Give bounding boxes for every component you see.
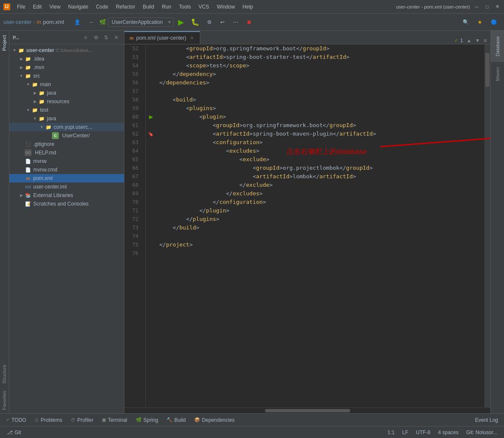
mvn-label: .mvn — [33, 64, 44, 70]
line-numbers: 52 53 54 55 56 57 58 59 60 61 62 63 64 6… — [124, 44, 146, 407]
tree-user-center-java[interactable]: C UserCenter/ — [9, 131, 124, 140]
menu-build[interactable]: Build — [139, 3, 158, 11]
menu-navigate[interactable]: Navigate — [65, 3, 92, 11]
git-branch[interactable]: Git: Nolusor... — [463, 429, 501, 436]
dependencies-tab[interactable]: 📦 Dependencies — [190, 416, 239, 424]
profile-button[interactable]: ↩ — [217, 18, 228, 26]
menu-window[interactable]: Window — [213, 3, 239, 11]
tree-help-md[interactable]: MD HELP.md — [9, 148, 124, 157]
problems-icon: ⚠ — [35, 417, 39, 423]
build-tab[interactable]: 🔨 Build — [162, 416, 190, 424]
menu-help[interactable]: Help — [239, 3, 256, 11]
tree-test[interactable]: 📁 test — [9, 106, 124, 114]
more-actions-button[interactable]: ⋯ — [230, 18, 242, 26]
tab-close-button[interactable]: ✕ — [189, 35, 195, 41]
tree-user-center-iml[interactable]: iml user-center.iml — [9, 183, 124, 191]
project-tab[interactable]: Project — [0, 31, 9, 55]
horizontal-scrollbar[interactable] — [124, 407, 490, 413]
close-button[interactable]: ✕ — [494, 3, 501, 10]
tree-idea[interactable]: 📁 .idea — [9, 55, 124, 63]
event-log-tab[interactable]: Event Log — [471, 416, 502, 424]
settings-button[interactable]: ★ — [474, 18, 486, 26]
breadcrumb-project[interactable]: user-center — [3, 19, 32, 25]
search-icon: 🔍 — [463, 19, 469, 25]
tree-root[interactable]: 📁 user-center C:\Users\Admi... — [9, 46, 124, 55]
navigate-back-button[interactable]: ← — [86, 18, 98, 26]
indent-setting[interactable]: 4 spaces — [435, 429, 462, 436]
tree-com-yupi[interactable]: 📁 com.yupi.userc... — [9, 123, 124, 131]
help-button[interactable]: 🔵 — [487, 18, 501, 26]
line-ending[interactable]: LF — [399, 429, 412, 436]
tree-mvnw[interactable]: 📄 mvnw — [9, 157, 124, 165]
database-tab[interactable]: Database — [491, 31, 504, 61]
tree-src[interactable]: 📁 src — [9, 72, 124, 80]
tree-mvn[interactable]: 📁 .mvn — [9, 63, 124, 72]
editor-settings-button[interactable]: ≡ — [484, 37, 487, 44]
test-java-label: java — [47, 116, 56, 122]
code-editor[interactable]: <groupId>org.springframework.boot</group… — [156, 44, 484, 407]
tree-main[interactable]: 📁 main — [9, 80, 124, 89]
tree-test-java[interactable]: 📁 java — [9, 114, 124, 123]
code-line-63: <configuration> — [159, 138, 484, 147]
stop-button[interactable]: ⏹ — [243, 18, 255, 26]
todo-tab[interactable]: ✓ TODO — [2, 416, 30, 424]
menu-bar[interactable]: File Edit View Navigate Code Refactor Bu… — [14, 3, 256, 11]
cursor-position[interactable]: 1:1 — [384, 429, 398, 436]
minimize-button[interactable]: ─ — [473, 3, 480, 10]
editor-scrollbar[interactable] — [484, 44, 490, 407]
gutter-bookmark-62[interactable]: 🔖 — [146, 130, 156, 138]
breadcrumb-separator: › — [33, 19, 35, 25]
tree-scratches[interactable]: 📝 Scratches and Consoles — [9, 200, 124, 208]
gutter-66 — [146, 164, 156, 172]
tree-mvnw-cmd[interactable]: 📄 mvnw.cmd — [9, 165, 124, 174]
run-with-coverage-button[interactable]: ⚙ — [204, 18, 215, 26]
menu-tools[interactable]: Tools — [176, 3, 194, 11]
encoding-label: UTF-8 — [416, 429, 430, 435]
problems-tab[interactable]: ⚠ Problems — [30, 416, 66, 424]
code-line-60: <plugin> — [159, 113, 484, 121]
encoding[interactable]: UTF-8 — [412, 429, 434, 436]
scroll-thumb[interactable] — [485, 53, 490, 87]
scroll-down-button[interactable]: ▼ — [475, 38, 480, 44]
debug-button[interactable]: 🐛 — [188, 17, 202, 27]
menu-code[interactable]: Code — [92, 3, 112, 11]
menu-edit[interactable]: Edit — [29, 3, 45, 11]
expand-button[interactable]: ⇅ — [102, 33, 110, 42]
menu-run[interactable]: Run — [158, 3, 175, 11]
line-num-74: 74 — [124, 232, 142, 241]
editor-tab-pom[interactable]: m pom.xml (user-center) ✕ — [124, 31, 200, 44]
spring-tab[interactable]: 🌿 Spring — [132, 416, 163, 424]
scroll-up-button[interactable]: ▲ — [467, 38, 472, 44]
collapse-all-button[interactable]: ≡ — [81, 33, 90, 42]
profiler-tab[interactable]: ⏱ Profiler — [66, 416, 98, 424]
tree-ext-libraries[interactable]: 📚 External Libraries — [9, 191, 124, 200]
gutter-run-60[interactable]: ▶ — [146, 113, 156, 121]
maven-tab[interactable]: Maven — [491, 61, 504, 86]
tree-pom-xml[interactable]: m pom.xml — [9, 174, 124, 183]
tree-resources[interactable]: 📁 resources — [9, 97, 124, 106]
code-line-64: <excludes> — [159, 147, 484, 155]
left-vertical-tabs: Project Structure Favorites — [0, 31, 9, 413]
tree-gitignore[interactable]: ⬛ .gitignore — [9, 140, 124, 148]
horizontal-scroll-thumb[interactable] — [265, 409, 350, 412]
menu-view[interactable]: View — [46, 3, 64, 11]
structure-tab[interactable]: Structure — [0, 361, 9, 387]
spring-label: Spring — [144, 417, 158, 423]
search-everywhere-button[interactable]: 🔍 — [459, 18, 472, 26]
breadcrumb-file[interactable]: pom.xml — [43, 19, 64, 25]
run-button[interactable]: ▶ — [176, 17, 187, 28]
run-configuration-selector[interactable]: UserCenterApplication — [108, 17, 174, 27]
git-update-button[interactable]: 👤 — [71, 18, 84, 26]
maximize-button[interactable]: □ — [484, 3, 490, 10]
tree-java[interactable]: 📁 java — [9, 89, 124, 97]
check-icon: ✓ — [454, 38, 458, 44]
close-panel-button[interactable]: ✕ — [112, 33, 121, 42]
menu-refactor[interactable]: Refactor — [112, 3, 138, 11]
favorites-tab[interactable]: Favorites — [0, 387, 9, 413]
vcs-status[interactable]: ⎇ Git — [3, 429, 24, 436]
menu-file[interactable]: File — [14, 3, 29, 11]
terminal-tab[interactable]: ▣ Terminal — [98, 416, 131, 424]
settings-tree-button[interactable]: ⚙ — [92, 33, 100, 42]
gutter-69 — [146, 189, 156, 198]
menu-vcs[interactable]: VCS — [195, 3, 213, 11]
